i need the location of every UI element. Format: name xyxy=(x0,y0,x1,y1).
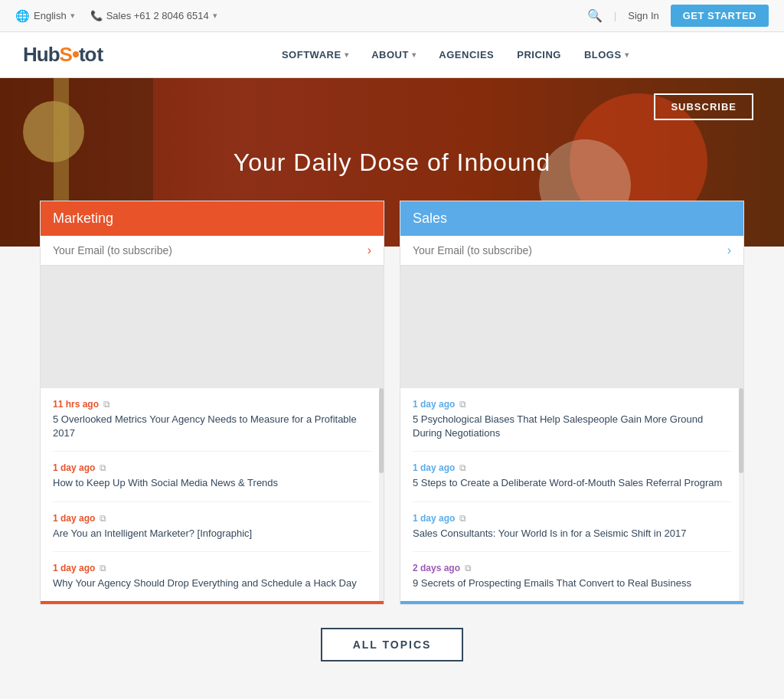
sales-title: Sales xyxy=(413,211,447,226)
logo-text-rest: ot xyxy=(85,43,104,67)
sales-bottom-bar xyxy=(400,601,743,604)
sales-column: Sales › 1 day ago ⧉ 5 Psychological Bias… xyxy=(400,201,744,605)
nav-agencies-label: AGENCIES xyxy=(439,49,494,60)
language-label: English xyxy=(34,10,67,21)
article-time: 11 hrs ago xyxy=(53,399,99,410)
marketing-title: Marketing xyxy=(53,211,113,226)
sales-article-4: 2 days ago ⧉ 9 Secrets of Prospecting Em… xyxy=(413,552,731,601)
main-nav: HubSt ot SOFTWARE ▾ ABOUT ▾ AGENCIES PRI… xyxy=(0,32,784,78)
top-bar-right: 🔍 | Sign In GET STARTED xyxy=(587,5,769,27)
hero-title: Your Daily Dose of Inbound xyxy=(234,149,550,177)
sales-article-1: 1 day ago ⧉ 5 Psychological Biases That … xyxy=(413,388,731,452)
marketing-article-2: 1 day ago ⧉ How to Keep Up With Social M… xyxy=(53,452,371,501)
external-link-icon: ⧉ xyxy=(100,513,106,524)
article-title[interactable]: Why Your Agency Should Drop Everything a… xyxy=(53,577,371,590)
nav-software-label: SOFTWARE xyxy=(282,49,341,60)
external-link-icon: ⧉ xyxy=(100,563,106,573)
article-meta: 1 day ago ⧉ xyxy=(413,513,731,524)
article-title[interactable]: 9 Secrets of Prospecting Emails That Con… xyxy=(413,577,731,590)
subscribe-button[interactable]: SUBSCRIBE xyxy=(654,93,753,120)
article-time: 1 day ago xyxy=(53,513,95,524)
all-topics-area: ALL TOPICS xyxy=(40,628,744,661)
sales-email-arrow[interactable]: › xyxy=(727,243,731,257)
nav-pricing-label: PRICING xyxy=(517,49,561,60)
external-link-icon: ⧉ xyxy=(459,399,466,410)
globe-icon: 🌐 xyxy=(15,9,30,23)
marketing-email-input[interactable] xyxy=(53,244,368,256)
marketing-article-1: 11 hrs ago ⧉ 5 Overlooked Metrics Your A… xyxy=(53,388,371,452)
marketing-article-4: 1 day ago ⧉ Why Your Agency Should Drop … xyxy=(53,552,371,601)
about-chevron-icon: ▾ xyxy=(412,51,416,59)
sales-chevron: ▾ xyxy=(213,11,217,21)
top-bar: 🌐 English ▾ 📞 Sales +61 2 8046 6514 ▾ 🔍 … xyxy=(0,0,784,32)
article-meta: 1 day ago ⧉ xyxy=(413,399,731,410)
marketing-email-arrow[interactable]: › xyxy=(368,243,371,257)
article-meta: 1 day ago ⧉ xyxy=(53,563,371,573)
nav-about-label: ABOUT xyxy=(371,49,409,60)
nav-software[interactable]: SOFTWARE ▾ xyxy=(282,49,348,60)
logo[interactable]: HubSt ot xyxy=(23,43,103,67)
article-time: 1 day ago xyxy=(413,513,455,524)
sales-email-row[interactable]: › xyxy=(400,236,743,266)
scroll-thumb[interactable] xyxy=(379,388,384,473)
all-topics-button[interactable]: ALL TOPICS xyxy=(321,628,464,661)
top-bar-left: 🌐 English ▾ 📞 Sales +61 2 8046 6514 ▾ xyxy=(15,9,217,23)
article-title[interactable]: How to Keep Up With Social Media News & … xyxy=(53,476,371,490)
article-title[interactable]: 5 Psychological Biases That Help Salespe… xyxy=(413,413,731,440)
nav-links: SOFTWARE ▾ ABOUT ▾ AGENCIES PRICING BLOG… xyxy=(149,49,761,60)
marketing-image xyxy=(41,266,384,388)
sales-articles-scroll: 1 day ago ⧉ 5 Psychological Biases That … xyxy=(400,388,743,601)
phone-icon: 📞 xyxy=(90,10,103,21)
article-meta: 11 hrs ago ⧉ xyxy=(53,399,371,410)
language-chevron: ▾ xyxy=(70,11,75,21)
sales-articles: 1 day ago ⧉ 5 Psychological Biases That … xyxy=(400,388,743,601)
sales-article-3: 1 day ago ⧉ Sales Consultants: Your Worl… xyxy=(413,502,731,552)
external-link-icon: ⧉ xyxy=(103,399,110,410)
article-meta: 2 days ago ⧉ xyxy=(413,563,731,573)
article-meta: 1 day ago ⧉ xyxy=(413,462,731,473)
marketing-article-3: 1 day ago ⧉ Are You an Intelligent Marke… xyxy=(53,502,371,552)
content-area: Marketing › 11 hrs ago ⧉ 5 Overlooked Me… xyxy=(24,201,760,692)
article-title[interactable]: Sales Consultants: Your World Is in for … xyxy=(413,527,731,541)
marketing-email-row[interactable]: › xyxy=(41,236,384,266)
software-chevron-icon: ▾ xyxy=(345,51,349,59)
article-title[interactable]: 5 Steps to Create a Deliberate Word-of-M… xyxy=(413,476,731,490)
language-selector[interactable]: 🌐 English ▾ xyxy=(15,9,75,23)
external-link-icon: ⧉ xyxy=(459,462,466,473)
marketing-column: Marketing › 11 hrs ago ⧉ 5 Overlooked Me… xyxy=(40,201,384,605)
sales-email-input[interactable] xyxy=(413,244,727,256)
article-title[interactable]: 5 Overlooked Metrics Your Agency Needs t… xyxy=(53,413,371,440)
scroll-thumb[interactable] xyxy=(739,388,743,473)
scroll-track xyxy=(739,388,743,601)
sales-image xyxy=(400,266,743,388)
article-time: 1 day ago xyxy=(53,563,95,573)
marketing-articles-scroll: 11 hrs ago ⧉ 5 Overlooked Metrics Your A… xyxy=(41,388,384,601)
nav-about[interactable]: ABOUT ▾ xyxy=(371,49,416,60)
marketing-articles: 11 hrs ago ⧉ 5 Overlooked Metrics Your A… xyxy=(41,388,384,601)
search-icon[interactable]: 🔍 xyxy=(587,8,603,23)
signin-link[interactable]: Sign In xyxy=(628,10,658,21)
sales-label: Sales +61 2 8046 6514 xyxy=(106,10,209,21)
nav-pricing[interactable]: PRICING xyxy=(517,49,561,60)
external-link-icon: ⧉ xyxy=(465,563,472,573)
nav-blogs[interactable]: BLOGS ▾ xyxy=(584,49,629,60)
blogs-chevron-icon: ▾ xyxy=(625,51,629,59)
external-link-icon: ⧉ xyxy=(100,462,106,473)
nav-agencies[interactable]: AGENCIES xyxy=(439,49,494,60)
sales-phone[interactable]: 📞 Sales +61 2 8046 6514 ▾ xyxy=(90,10,217,21)
marketing-bottom-bar xyxy=(41,601,384,604)
get-started-button[interactable]: GET STARTED xyxy=(671,5,769,27)
article-time: 1 day ago xyxy=(413,462,455,473)
marketing-header: Marketing xyxy=(41,201,384,236)
article-time: 2 days ago xyxy=(413,563,460,573)
article-meta: 1 day ago ⧉ xyxy=(53,462,371,473)
sales-article-2: 1 day ago ⧉ 5 Steps to Create a Delibera… xyxy=(413,452,731,501)
nav-blogs-label: BLOGS xyxy=(584,49,622,60)
sales-header: Sales xyxy=(400,201,743,236)
article-time: 1 day ago xyxy=(413,399,455,410)
article-title[interactable]: Are You an Intelligent Marketer? [Infogr… xyxy=(53,527,371,541)
article-meta: 1 day ago ⧉ xyxy=(53,513,371,524)
scroll-track xyxy=(379,388,384,601)
logo-text: HubSt xyxy=(23,43,85,67)
subscribe-area: SUBSCRIBE xyxy=(654,93,753,120)
